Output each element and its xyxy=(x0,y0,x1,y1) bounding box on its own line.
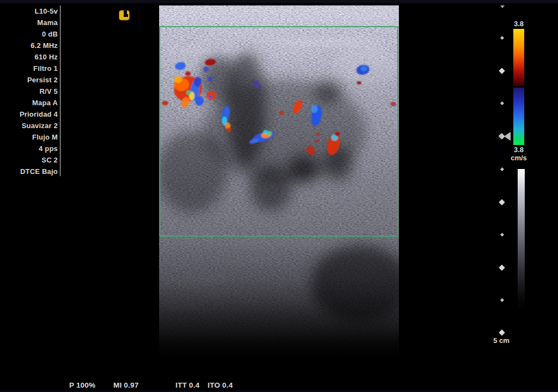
depth-tick-diamond-icon xyxy=(499,199,505,205)
doppler-flow-blob xyxy=(393,104,396,106)
doppler-colorbar xyxy=(513,29,524,145)
depth-scale-label: 5 cm xyxy=(489,336,513,345)
sidebar-param: Filtro 1 xyxy=(0,63,58,74)
doppler-flow-blob xyxy=(357,81,361,85)
grayscale-bar xyxy=(518,169,525,310)
doppler-flow-blob xyxy=(317,132,320,136)
sidebar-param: Mama xyxy=(0,17,58,28)
depth-shading xyxy=(159,5,399,357)
depth-tick-diamond-icon xyxy=(500,36,504,40)
sidebar-param: Suavizar 2 xyxy=(0,120,58,131)
sidebar-param: Flujo M xyxy=(0,131,58,143)
sidebar-param: 0 dB xyxy=(0,28,58,40)
depth-tick-diamond-icon xyxy=(500,233,504,237)
sidebar-param: L10-5v xyxy=(0,5,58,17)
depth-tick-diamond-icon xyxy=(499,329,505,335)
thermal-index-bone-readout: ITO 0.4 xyxy=(208,381,233,389)
doppler-flow-blob xyxy=(162,101,168,105)
doppler-flow-blob xyxy=(311,105,318,113)
ultrasound-image[interactable] xyxy=(159,5,399,357)
depth-tick-triangle-icon xyxy=(500,5,505,8)
sidebar-param: R/V 5 xyxy=(0,86,58,97)
doppler-flow-blob xyxy=(174,76,182,83)
colorbar-negative-gradient xyxy=(513,88,524,145)
doppler-flow-blob xyxy=(186,91,191,95)
sidebar-params: L10-5vMama0 dB6.2 MHz610 HzFiltro 1Persi… xyxy=(0,5,58,177)
thermal-index-soft-tissue-readout: ITT 0.4 xyxy=(175,381,199,389)
colorbar-positive-gradient xyxy=(513,29,524,86)
acoustic-power-readout: P 100% xyxy=(69,381,95,389)
depth-tick-diamond-icon xyxy=(500,298,504,302)
mechanical-index-readout: MI 0.97 xyxy=(113,381,138,389)
depth-tick-diamond-icon xyxy=(500,167,504,171)
sidebar-param: SC 2 xyxy=(0,154,58,166)
sidebar-divider xyxy=(60,5,60,176)
ultrasound-screen: L10-5vMama0 dB6.2 MHz610 HzFiltro 1Persi… xyxy=(0,0,558,392)
doppler-flow-blob xyxy=(209,95,212,98)
doppler-flow-blob xyxy=(203,67,209,72)
doppler-flow-blob xyxy=(263,130,268,134)
doppler-flow-blob xyxy=(194,77,202,87)
sidebar-param: Mapa A xyxy=(0,97,58,108)
doppler-flow-blob xyxy=(258,86,262,89)
probe-orientation-marker-icon xyxy=(119,10,130,21)
depth-tick-diamond-icon xyxy=(500,101,504,105)
depth-tick-diamond-icon xyxy=(499,264,505,270)
sidebar-param: 610 Hz xyxy=(0,51,58,63)
sidebar-param: Prioridad 4 xyxy=(0,108,58,120)
sidebar-param: 4 pps xyxy=(0,143,58,154)
doppler-flow-blob xyxy=(335,132,340,136)
focus-marker-icon[interactable] xyxy=(504,132,511,141)
doppler-flow-blob xyxy=(195,96,204,106)
doppler-flow-blob xyxy=(185,71,191,76)
depth-tick-diamond-icon xyxy=(499,68,505,74)
doppler-flow-blob xyxy=(253,81,259,87)
top-strip xyxy=(0,0,558,3)
doppler-flow-blob xyxy=(361,66,367,71)
velocity-scale-min: 3.8 xyxy=(511,146,526,154)
velocity-scale-unit: cm/s xyxy=(506,154,531,162)
doppler-flow-blob xyxy=(280,111,284,115)
sidebar-param: DTCE Bajo xyxy=(0,166,58,177)
doppler-flow-blob xyxy=(315,140,318,143)
doppler-flow-blob xyxy=(227,128,231,132)
velocity-scale-max: 3.8 xyxy=(511,20,526,28)
sidebar-param: Persist 2 xyxy=(0,74,58,86)
doppler-flow-blob xyxy=(208,76,213,82)
sidebar-param: 6.2 MHz xyxy=(0,40,58,51)
